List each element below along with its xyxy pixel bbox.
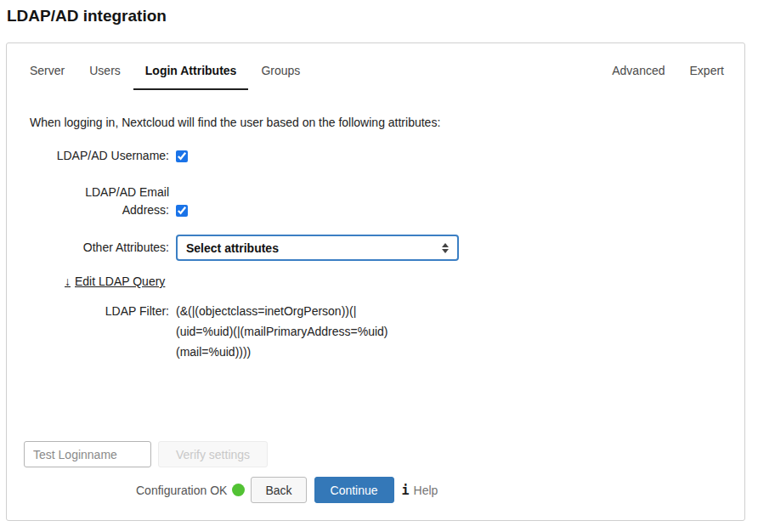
email-label: LDAP/AD Email Address: xyxy=(42,184,169,219)
test-login-row: Verify settings xyxy=(24,441,727,467)
ldap-filter-row: LDAP Filter: (&(|(objectclass=inetOrgPer… xyxy=(30,303,727,362)
username-checkbox[interactable] xyxy=(176,150,188,162)
ldap-filter-value: (&(|(objectclass=inetOrgPerson))(| (uid=… xyxy=(176,301,469,362)
info-icon: i xyxy=(402,483,410,498)
tabs-left-group: Server Users Login Attributes Groups xyxy=(30,64,300,90)
attributes-select-value: Select attributes xyxy=(186,241,279,255)
login-attributes-content: When logging in, Nextcloud will find the… xyxy=(7,116,744,362)
tab-expert[interactable]: Expert xyxy=(690,64,724,77)
tab-users[interactable]: Users xyxy=(89,64,121,90)
continue-button[interactable]: Continue xyxy=(314,477,394,503)
status-ok-indicator xyxy=(232,484,245,496)
help-label: Help xyxy=(414,484,438,497)
edit-ldap-query-label: Edit LDAP Query xyxy=(75,274,165,288)
help-link[interactable]: i Help xyxy=(402,483,438,498)
page-title: LDAP/AD integration xyxy=(7,7,167,25)
tab-bar: Server Users Login Attributes Groups Adv… xyxy=(7,43,744,90)
email-row: LDAP/AD Email Address: xyxy=(30,184,727,219)
intro-text: When logging in, Nextcloud will find the… xyxy=(30,116,727,129)
down-arrow-icon: ↓ xyxy=(65,274,71,288)
configuration-status-text: Configuration OK xyxy=(136,484,227,497)
username-row: LDAP/AD Username: xyxy=(30,147,727,165)
other-attributes-label: Other Attributes: xyxy=(42,239,169,257)
tabs-right-group: Advanced Expert xyxy=(612,64,724,77)
tab-server[interactable]: Server xyxy=(30,64,65,90)
verify-settings-button[interactable]: Verify settings xyxy=(158,441,268,467)
ldap-filter-label: LDAP Filter: xyxy=(42,303,169,319)
ldap-wizard-panel: Server Users Login Attributes Groups Adv… xyxy=(6,42,745,521)
test-loginname-input[interactable] xyxy=(24,441,151,467)
attributes-select[interactable]: Select attributes xyxy=(176,235,459,261)
edit-ldap-query-link[interactable]: ↓Edit LDAP Query xyxy=(65,274,165,288)
back-button[interactable]: Back xyxy=(251,477,306,503)
tab-groups[interactable]: Groups xyxy=(261,64,300,90)
select-updown-icon xyxy=(442,243,449,253)
other-attributes-row: Other Attributes: Select attributes xyxy=(30,235,727,261)
tab-advanced[interactable]: Advanced xyxy=(612,64,665,77)
status-actions-row: Configuration OK Back Continue i Help xyxy=(136,477,727,503)
wizard-footer: Verify settings Configuration OK Back Co… xyxy=(24,441,727,503)
email-checkbox[interactable] xyxy=(176,205,188,217)
tab-login-attributes[interactable]: Login Attributes xyxy=(133,64,249,90)
username-label: LDAP/AD Username: xyxy=(42,147,169,165)
